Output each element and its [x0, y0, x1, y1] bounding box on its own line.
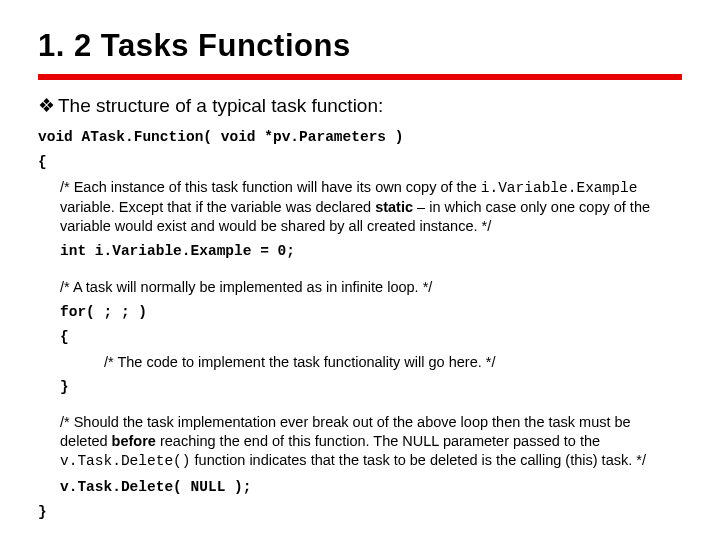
- code-decl: int i.Variable.Example = 0;: [38, 242, 682, 261]
- inline-code-ivar: i.Variable.Example: [481, 180, 638, 196]
- text: variable. Except that if the variable wa…: [60, 199, 375, 215]
- bullet-mark-icon: ❖: [38, 94, 58, 117]
- code-comment-body: /* The code to implement the task functi…: [38, 353, 682, 372]
- code-comment-delete: /* Should the task implementation ever b…: [38, 413, 682, 471]
- code-comment-instance: /* Each instance of this task function w…: [38, 178, 682, 236]
- code-brace-open: {: [38, 153, 682, 172]
- text: function indicates that the task to be d…: [195, 452, 646, 468]
- inline-code-vtaskdelete: v.Task.Delete(): [60, 453, 191, 469]
- text: reaching the end of this function. The N…: [160, 433, 600, 449]
- page-title: 1. 2 Tasks Functions: [38, 28, 682, 64]
- static-keyword: static: [375, 199, 413, 215]
- code-signature: void ATask.Function( void *pv.Parameters…: [38, 128, 682, 147]
- code-block: void ATask.Function( void *pv.Parameters…: [38, 128, 682, 522]
- code-delete-call: v.Task.Delete( NULL );: [38, 478, 682, 497]
- code-for-close: }: [38, 378, 682, 397]
- text: /* Each instance of this task function w…: [60, 179, 481, 195]
- title-divider: [38, 74, 682, 80]
- slide: 1. 2 Tasks Functions ❖ The structure of …: [0, 0, 720, 540]
- code-for-open: {: [38, 328, 682, 347]
- before-keyword: before: [112, 433, 156, 449]
- code-brace-close: }: [38, 503, 682, 522]
- code-for: for( ; ; ): [38, 303, 682, 322]
- bullet-text: The structure of a typical task function…: [58, 94, 682, 118]
- bullet-item: ❖ The structure of a typical task functi…: [38, 94, 682, 118]
- code-comment-loop: /* A task will normally be implemented a…: [38, 278, 682, 297]
